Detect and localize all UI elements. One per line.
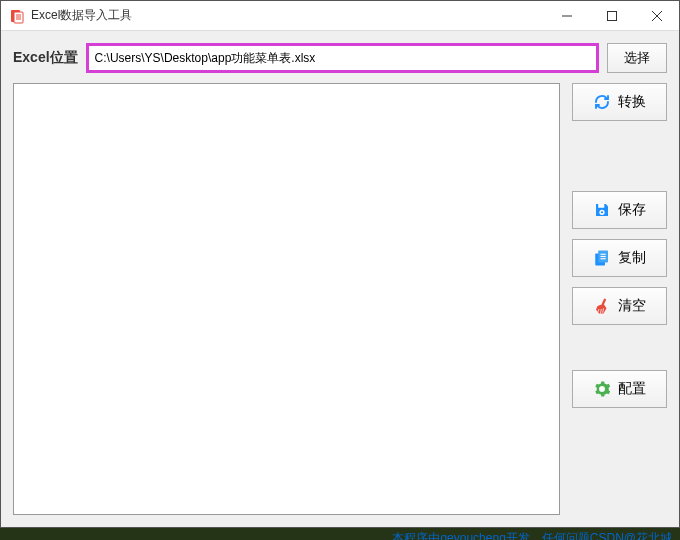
path-input[interactable] bbox=[91, 48, 594, 68]
spacer bbox=[572, 131, 667, 181]
convert-button[interactable]: 转换 bbox=[572, 83, 667, 121]
save-button[interactable]: 保存 bbox=[572, 191, 667, 229]
gear-icon bbox=[593, 380, 611, 398]
footer-text: 本程序由geyoucheng开发，任何问题CSDN@花北城 bbox=[0, 528, 680, 540]
svg-rect-6 bbox=[607, 11, 616, 20]
convert-button-label: 转换 bbox=[618, 93, 646, 111]
minimize-button[interactable] bbox=[544, 1, 589, 30]
copy-icon bbox=[593, 249, 611, 267]
refresh-icon bbox=[593, 93, 611, 111]
select-button-label: 选择 bbox=[624, 49, 650, 67]
config-button[interactable]: 配置 bbox=[572, 370, 667, 408]
clear-button[interactable]: 清空 bbox=[572, 287, 667, 325]
broom-icon bbox=[593, 297, 611, 315]
output-textarea[interactable] bbox=[13, 83, 560, 515]
maximize-button[interactable] bbox=[589, 1, 634, 30]
clear-button-label: 清空 bbox=[618, 297, 646, 315]
path-input-highlight bbox=[86, 43, 599, 73]
config-button-label: 配置 bbox=[618, 380, 646, 398]
select-button[interactable]: 选择 bbox=[607, 43, 667, 73]
path-label: Excel位置 bbox=[13, 49, 78, 67]
path-row: Excel位置 选择 bbox=[13, 43, 667, 73]
main-row: 转换 保存 bbox=[13, 83, 667, 515]
save-icon bbox=[593, 201, 611, 219]
titlebar: Excel数据导入工具 bbox=[1, 1, 679, 31]
close-button[interactable] bbox=[634, 1, 679, 30]
app-window: Excel数据导入工具 Excel位置 选择 bbox=[0, 0, 680, 528]
svg-point-21 bbox=[600, 387, 604, 391]
spacer bbox=[572, 335, 667, 360]
window-controls bbox=[544, 1, 679, 30]
window-title: Excel数据导入工具 bbox=[31, 7, 544, 24]
app-icon bbox=[9, 8, 25, 24]
copy-button-label: 复制 bbox=[618, 249, 646, 267]
copy-button[interactable]: 复制 bbox=[572, 239, 667, 277]
side-buttons: 转换 保存 bbox=[572, 83, 667, 515]
svg-point-11 bbox=[601, 211, 603, 213]
save-button-label: 保存 bbox=[618, 201, 646, 219]
svg-rect-9 bbox=[598, 204, 604, 208]
content-area: Excel位置 选择 bbox=[1, 31, 679, 527]
